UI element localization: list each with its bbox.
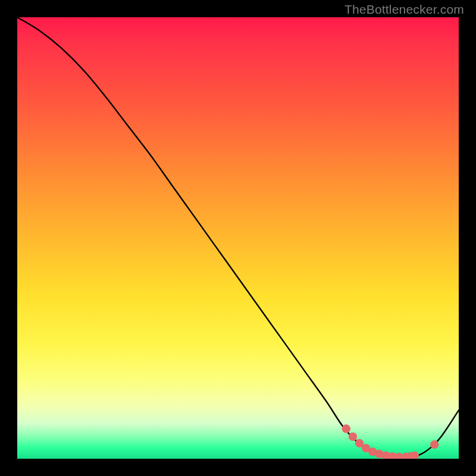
chart-frame: TheBottlenecker.com bbox=[0, 0, 476, 476]
highlight-marker bbox=[342, 424, 350, 433]
watermark-text: TheBottlenecker.com bbox=[345, 2, 464, 17]
curve-canvas bbox=[17, 17, 459, 459]
highlight-markers bbox=[342, 424, 439, 459]
bottleneck-curve bbox=[17, 17, 459, 458]
highlight-marker bbox=[411, 452, 419, 459]
highlight-marker bbox=[349, 433, 357, 441]
plot-area bbox=[17, 17, 459, 459]
highlight-marker bbox=[430, 440, 439, 449]
